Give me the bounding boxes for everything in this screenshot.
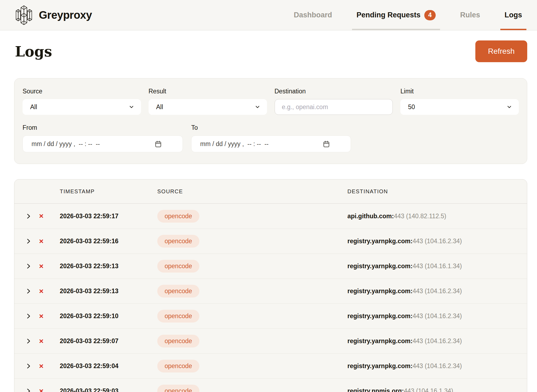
- expand-row-button[interactable]: [24, 387, 32, 392]
- from-datetime-value: mm / dd / yyyy , -- : -- --: [32, 140, 100, 148]
- expand-row-button[interactable]: [24, 287, 32, 295]
- table-row: × 2026-03-03 22:59:13 opencode registry.…: [14, 254, 527, 279]
- delete-row-button[interactable]: ×: [37, 387, 45, 392]
- row-timestamp: 2026-03-03 22:59:16: [60, 238, 157, 245]
- chevron-down-icon: [255, 104, 260, 110]
- delete-row-button[interactable]: ×: [37, 362, 45, 370]
- to-datetime-value: mm / dd / yyyy , -- : -- --: [200, 140, 269, 148]
- row-destination: api.github.com:443 (140.82.112.5): [347, 213, 527, 220]
- delete-row-button[interactable]: ×: [37, 212, 45, 220]
- nav-label-pending-requests: Pending Requests: [356, 11, 420, 19]
- row-timestamp: 2026-03-03 22:59:13: [60, 287, 157, 295]
- row-timestamp: 2026-03-03 22:59:17: [60, 213, 157, 220]
- expand-row-button[interactable]: [24, 312, 32, 320]
- source-badge: opencode: [157, 385, 199, 392]
- refresh-button[interactable]: Refresh: [475, 40, 527, 62]
- destination-host: registry.yarnpkg.com:: [347, 337, 413, 344]
- nav-item-dashboard[interactable]: Dashboard: [289, 0, 336, 30]
- destination-port-ip: 443 (140.82.112.5): [394, 213, 446, 220]
- chevron-down-icon: [128, 104, 134, 110]
- expand-row-button[interactable]: [24, 212, 32, 220]
- nav-label-rules: Rules: [460, 11, 480, 19]
- pending-count-badge: 4: [424, 10, 436, 20]
- table-row: × 2026-03-03 22:59:04 opencode registry.…: [14, 353, 527, 378]
- expand-row-button[interactable]: [24, 337, 32, 345]
- delete-row-button[interactable]: ×: [37, 237, 45, 245]
- destination-port-ip: 443 (104.16.1.34): [404, 387, 453, 392]
- source-badge: opencode: [157, 360, 199, 372]
- col-header-source: SOURCE: [157, 188, 347, 195]
- source-select-value: All: [30, 103, 37, 111]
- brand-name: Greyproxy: [39, 9, 92, 21]
- delete-row-button[interactable]: ×: [37, 337, 45, 345]
- source-badge: opencode: [157, 285, 199, 298]
- expand-row-button[interactable]: [24, 237, 32, 245]
- nav-label-dashboard: Dashboard: [294, 11, 332, 19]
- chevron-down-icon: [506, 104, 512, 110]
- delete-row-button[interactable]: ×: [37, 287, 45, 295]
- row-destination: registry.npmjs.org:443 (104.16.1.34): [347, 387, 527, 392]
- row-timestamp: 2026-03-03 22:59:04: [60, 362, 157, 370]
- row-destination: registry.yarnpkg.com:443 (104.16.2.34): [347, 312, 527, 320]
- destination-host: registry.yarnpkg.com:: [347, 312, 413, 320]
- expand-row-button[interactable]: [24, 362, 32, 370]
- source-badge: opencode: [157, 235, 199, 248]
- page-title: Logs: [14, 43, 52, 60]
- calendar-icon: [323, 126, 344, 162]
- row-timestamp: 2026-03-03 22:59:13: [60, 263, 157, 270]
- expand-row-button[interactable]: [24, 262, 32, 270]
- filter-source: Source All: [23, 88, 141, 115]
- table-row: × 2026-03-03 22:59:16 opencode registry.…: [14, 229, 527, 254]
- row-destination: registry.yarnpkg.com:443 (104.16.2.34): [347, 337, 527, 345]
- destination-port-ip: 443 (104.16.1.34): [413, 263, 462, 270]
- calendar-icon: [155, 126, 175, 162]
- logs-table: TIMESTAMP SOURCE DESTINATION × 2026-03-0…: [14, 179, 527, 392]
- filter-result: Result All: [149, 88, 267, 115]
- destination-port-ip: 443 (104.16.2.34): [413, 312, 462, 320]
- logs-table-body: × 2026-03-03 22:59:17 opencode api.githu…: [14, 204, 527, 392]
- limit-select[interactable]: 50: [400, 99, 519, 115]
- destination-port-ip: 443 (104.16.2.34): [413, 362, 462, 369]
- destination-host: registry.yarnpkg.com:: [347, 263, 413, 270]
- source-badge: opencode: [157, 260, 199, 273]
- nav-label-logs: Logs: [505, 11, 522, 19]
- result-select[interactable]: All: [149, 99, 267, 115]
- row-timestamp: 2026-03-03 22:59:10: [60, 312, 157, 320]
- delete-row-button[interactable]: ×: [37, 312, 45, 320]
- result-select-value: All: [156, 103, 163, 111]
- row-destination: registry.yarnpkg.com:443 (104.16.2.34): [347, 238, 527, 245]
- source-select[interactable]: All: [23, 99, 141, 115]
- row-timestamp: 2026-03-03 22:59:07: [60, 337, 157, 345]
- destination-label: Destination: [275, 88, 393, 95]
- logs-table-header: TIMESTAMP SOURCE DESTINATION: [14, 179, 527, 204]
- greyproxy-logo-icon: [15, 5, 33, 25]
- filter-to: To mm / dd / yyyy , -- : -- --: [191, 124, 351, 152]
- main-nav: Dashboard Pending Requests 4 Rules Logs: [289, 0, 526, 30]
- table-row: × 2026-03-03 22:59:07 opencode registry.…: [14, 328, 527, 353]
- filter-from: From mm / dd / yyyy , -- : -- --: [23, 124, 183, 152]
- filters-panel: Source All Result All Destinat: [14, 78, 527, 164]
- from-datetime-input[interactable]: mm / dd / yyyy , -- : -- --: [23, 135, 183, 152]
- source-badge: opencode: [157, 335, 199, 347]
- destination-port-ip: 443 (104.16.2.34): [413, 287, 462, 295]
- table-row: × 2026-03-03 22:59:10 opencode registry.…: [14, 304, 527, 328]
- limit-label: Limit: [400, 88, 519, 95]
- logs-page: Logs Refresh Source All Result All: [0, 40, 537, 392]
- nav-underline-active: [500, 29, 527, 30]
- nav-item-pending-requests[interactable]: Pending Requests 4: [352, 0, 440, 30]
- to-datetime-input[interactable]: mm / dd / yyyy , -- : -- --: [191, 135, 351, 152]
- delete-row-button[interactable]: ×: [37, 262, 45, 270]
- source-label: Source: [23, 88, 141, 95]
- destination-host: api.github.com:: [347, 213, 394, 220]
- col-header-timestamp: TIMESTAMP: [60, 188, 157, 195]
- row-destination: registry.yarnpkg.com:443 (104.16.1.34): [347, 263, 527, 270]
- destination-input[interactable]: [275, 99, 393, 115]
- result-label: Result: [149, 88, 267, 95]
- destination-port-ip: 443 (104.16.2.34): [413, 337, 462, 344]
- destination-port-ip: 443 (104.16.2.34): [413, 238, 462, 245]
- nav-item-logs[interactable]: Logs: [500, 0, 527, 30]
- row-timestamp: 2026-03-03 22:59:03: [60, 387, 157, 392]
- filter-limit: Limit 50: [400, 88, 519, 115]
- nav-item-rules[interactable]: Rules: [456, 0, 485, 30]
- filter-destination: Destination: [275, 88, 393, 115]
